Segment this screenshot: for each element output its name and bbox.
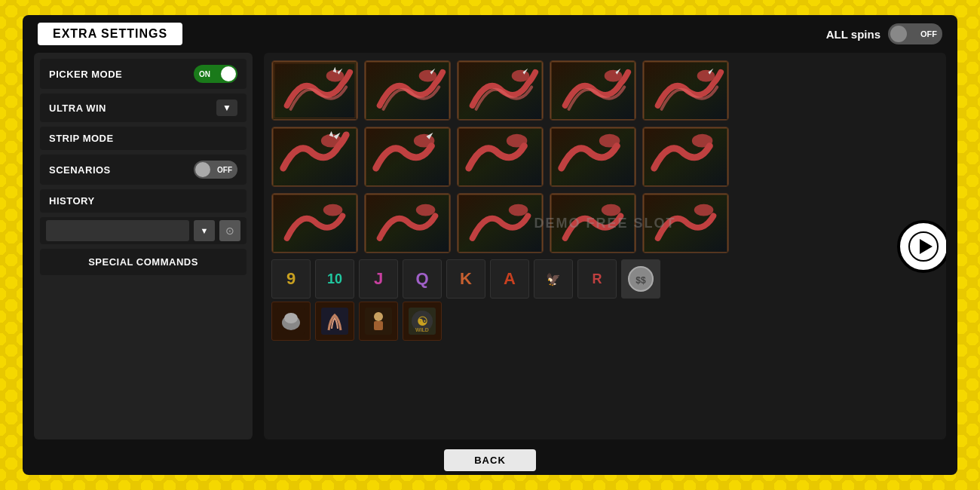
ultra-win-arrow-icon: ▼ xyxy=(222,103,231,113)
symbol-a: A xyxy=(490,259,529,299)
ultra-win-dropdown[interactable]: ▼ xyxy=(216,100,237,116)
slot-cell-3-3 xyxy=(457,193,544,253)
symbol-yin-yang: ☯WILD xyxy=(403,302,442,341)
svg-rect-69 xyxy=(374,321,383,330)
svg-text:WILD: WILD xyxy=(415,327,429,332)
svg-point-35 xyxy=(599,134,620,148)
svg-rect-66 xyxy=(321,308,348,335)
all-spins-container: ALL spins OFF xyxy=(826,23,942,44)
scenarios-knob xyxy=(195,162,210,177)
slot-row-3: DEMO FREE SLOT xyxy=(271,193,939,253)
svg-point-43 xyxy=(323,204,343,216)
slot-row-1 xyxy=(271,60,939,121)
picker-mode-state: ON xyxy=(199,70,210,78)
slot-cell-3-4 xyxy=(550,193,636,253)
svg-point-65 xyxy=(284,313,298,323)
scenarios-row: SCENARIOS OFF xyxy=(40,155,247,185)
svg-point-47 xyxy=(416,204,436,216)
header-bar: EXTRA SETTINGS ALL spins OFF xyxy=(23,15,957,49)
main-container: EXTRA SETTINGS ALL spins OFF PICKER MODE… xyxy=(23,15,957,475)
symbol-coin: $$ xyxy=(621,259,660,299)
scenarios-toggle[interactable]: OFF xyxy=(194,161,237,179)
slot-cell-1-2 xyxy=(364,60,451,121)
symbol-10: 10 xyxy=(315,259,354,299)
all-spins-label: ALL spins xyxy=(826,28,880,41)
slot-cell-1-5 xyxy=(642,60,729,121)
play-button[interactable] xyxy=(897,220,946,273)
symbol-helmet xyxy=(271,302,311,341)
picker-mode-label: PICKER MODE xyxy=(49,69,122,80)
svg-text:☯: ☯ xyxy=(417,315,427,328)
history-input[interactable] xyxy=(46,220,189,241)
svg-point-68 xyxy=(374,312,383,321)
symbol-q: Q xyxy=(403,259,442,299)
slot-cell-3-2 xyxy=(364,193,451,253)
right-panel: DEMO FREE SLOT 9 10 J Q K A 🦅 R $$ xyxy=(264,53,946,439)
svg-point-31 xyxy=(507,134,528,148)
svg-point-19 xyxy=(697,70,715,82)
history-dropdown-btn[interactable]: ▼ xyxy=(194,220,215,241)
all-spins-toggle-label: OFF xyxy=(920,29,937,38)
slot-cell-3-1 xyxy=(271,193,358,253)
slot-row-2 xyxy=(271,127,939,187)
picker-mode-toggle[interactable]: ON xyxy=(194,65,237,83)
slot-cell-1-4 xyxy=(550,60,636,121)
history-copy-icon: ⊙ xyxy=(225,225,234,237)
slot-cell-2-1 xyxy=(271,127,358,187)
card-symbols-row: 9 10 J Q K A 🦅 R $$ xyxy=(271,259,939,299)
ultra-win-label: ULTRA WIN xyxy=(49,103,106,114)
svg-point-27 xyxy=(414,134,435,148)
picker-mode-row: PICKER MODE ON xyxy=(40,59,247,89)
slot-cell-1-3 xyxy=(457,60,544,121)
slot-cell-2-5 xyxy=(642,127,729,187)
back-button[interactable]: BACK xyxy=(444,449,536,471)
strip-mode-label: STRIP MODE xyxy=(49,133,114,144)
toggle-knob xyxy=(890,26,907,42)
page-title: EXTRA SETTINGS xyxy=(38,23,182,45)
content-area: PICKER MODE ON ULTRA WIN ▼ STRIP MODE xyxy=(23,49,957,443)
svg-point-59 xyxy=(694,204,714,216)
left-panel: PICKER MODE ON ULTRA WIN ▼ STRIP MODE xyxy=(34,53,253,439)
history-row: HISTORY xyxy=(40,189,247,213)
svg-text:$$: $$ xyxy=(635,275,646,286)
symbol-9: 9 xyxy=(271,259,311,299)
symbol-j: J xyxy=(359,259,398,299)
symbol-warrior xyxy=(359,302,398,341)
svg-point-39 xyxy=(692,134,713,148)
slot-cell-2-4 xyxy=(550,127,636,187)
history-copy-btn[interactable]: ⊙ xyxy=(219,220,240,241)
back-btn-container: BACK xyxy=(23,443,957,475)
picker-mode-knob xyxy=(221,66,236,81)
strip-mode-row: STRIP MODE xyxy=(40,127,247,150)
history-input-row: ▼ ⊙ xyxy=(40,217,247,244)
scenarios-state: OFF xyxy=(217,166,232,174)
svg-point-51 xyxy=(509,204,528,216)
special-commands-label: SPECIAL COMMANDS xyxy=(88,256,198,268)
svg-point-11 xyxy=(512,70,530,82)
svg-point-55 xyxy=(602,204,621,216)
special-symbols-row: ☯WILD xyxy=(271,302,939,341)
all-spins-toggle[interactable]: OFF xyxy=(888,23,942,44)
symbol-k: K xyxy=(446,259,485,299)
special-commands-row[interactable]: SPECIAL COMMANDS xyxy=(40,249,247,275)
svg-point-7 xyxy=(419,70,437,82)
symbol-bird: 🦅 xyxy=(534,259,573,299)
page-background: EXTRA SETTINGS ALL spins OFF PICKER MODE… xyxy=(0,0,980,490)
history-dropdown-icon: ▼ xyxy=(201,226,209,235)
symbol-claw xyxy=(315,302,354,341)
svg-point-15 xyxy=(605,70,623,82)
history-label: HISTORY xyxy=(49,195,95,207)
slot-cell-1-1 xyxy=(271,60,358,121)
slot-cell-2-2 xyxy=(364,127,451,187)
symbol-r: R xyxy=(577,259,617,299)
slot-grid: DEMO FREE SLOT xyxy=(271,60,939,253)
slot-cell-2-3 xyxy=(457,127,544,187)
play-icon xyxy=(908,231,939,262)
scenarios-label: SCENARIOS xyxy=(49,164,111,176)
ultra-win-row: ULTRA WIN ▼ xyxy=(40,93,247,122)
slot-cell-3-5 xyxy=(642,193,729,253)
